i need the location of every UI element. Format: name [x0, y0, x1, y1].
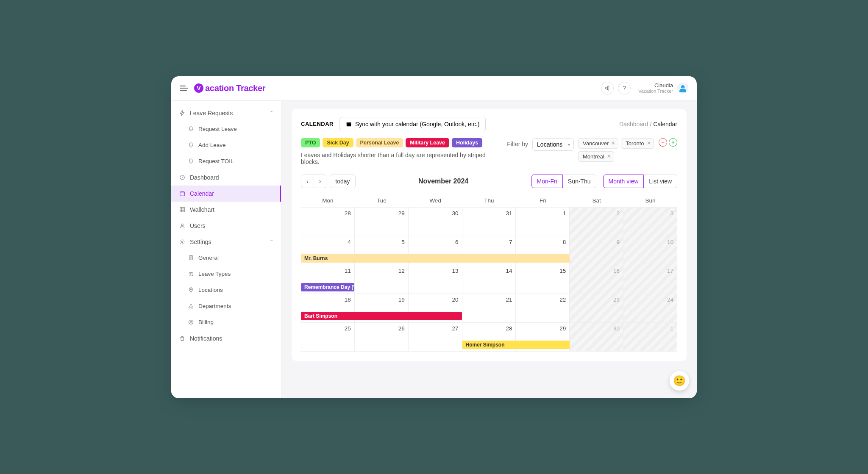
today-button[interactable]: today — [330, 175, 355, 188]
day-cell[interactable]: 15 — [516, 265, 570, 294]
day-cell[interactable]: 17 — [623, 265, 677, 294]
bolt-icon — [179, 110, 186, 116]
filter-chips: Vancouver✕ Toronto✕ Montreal✕ — [578, 138, 654, 162]
prev-month-button[interactable]: ‹ — [301, 175, 314, 188]
user-org: Vacation Tracker — [638, 89, 673, 94]
close-icon[interactable]: ✕ — [611, 140, 615, 146]
sidebar-item-general[interactable]: General — [171, 250, 281, 266]
day-cell[interactable]: 22 — [516, 294, 570, 323]
chip-label: Vancouver — [583, 140, 609, 147]
sidebar-item-settings[interactable]: Settings ⌃ — [171, 234, 281, 250]
day-cell[interactable]: 29 — [355, 208, 409, 236]
chip-vancouver[interactable]: Vancouver✕ — [578, 138, 618, 149]
announcements-button[interactable] — [601, 82, 614, 94]
day-cell[interactable]: 9 — [570, 236, 623, 265]
dow-sat: Sat — [570, 194, 623, 208]
day-cell[interactable]: 12 — [355, 265, 409, 294]
monfri-toggle[interactable]: Mon-Fri — [531, 175, 563, 188]
event-bart[interactable]: Bart Simpson — [301, 312, 462, 320]
menu-toggle-button[interactable] — [180, 84, 188, 92]
breadcrumb: Dashboard / Calendar — [619, 121, 677, 128]
sidebar-item-notifications[interactable]: Notifications — [171, 330, 281, 346]
sidebar-item-departments[interactable]: Departments — [171, 298, 281, 314]
day-cell[interactable]: 1 — [516, 208, 570, 236]
sync-calendar-button[interactable]: Sync with your calendar (Google, Outlook… — [339, 117, 486, 131]
chip-label: Toronto — [626, 140, 644, 147]
day-cell[interactable]: 23 — [570, 294, 623, 323]
legend-note: Leaves and Holidays shorter than a full … — [301, 152, 496, 165]
chip-montreal[interactable]: Montreal✕ — [578, 151, 614, 162]
day-cell[interactable]: 16 — [570, 265, 623, 294]
day-cell[interactable]: 31 — [462, 208, 516, 236]
sidebar-item-calendar[interactable]: Calendar — [171, 186, 281, 202]
sunthu-toggle[interactable]: Sun-Thu — [563, 175, 596, 188]
sidebar: Leave Requests ⌃ Request Leave Add Leave… — [171, 101, 281, 398]
add-filter-button[interactable]: + — [669, 138, 677, 147]
svg-rect-10 — [190, 304, 191, 305]
sidebar-item-dashboard[interactable]: Dashboard — [171, 169, 281, 186]
breadcrumb-root[interactable]: Dashboard — [619, 121, 648, 128]
help-button[interactable]: ? — [618, 82, 631, 94]
svg-rect-12 — [192, 307, 193, 308]
day-cell[interactable]: 2 — [570, 208, 623, 236]
user-menu[interactable]: Claudia Vacation Tracker — [638, 82, 688, 94]
day-cell[interactable]: 13 — [409, 265, 462, 294]
day-cell[interactable]: 1 — [623, 323, 677, 352]
face-avatar-icon: 🙂 — [673, 375, 686, 387]
remove-filter-button[interactable]: − — [659, 138, 667, 147]
day-cell[interactable]: 25 — [301, 323, 355, 352]
day-cell[interactable]: 27 — [409, 323, 462, 352]
day-cell[interactable]: 14 — [462, 265, 516, 294]
event-remembrance[interactable]: Remembrance Day (Va — [301, 283, 354, 291]
week-row: 25 26 27 28 29 30 1 Homer Simpson — [301, 323, 677, 352]
sidebar-item-add-leave[interactable]: Add Leave — [171, 137, 281, 153]
day-cell[interactable]: 30 — [409, 208, 462, 236]
sidebar-item-billing[interactable]: Billing — [171, 314, 281, 330]
sidebar-label: Wallchart — [190, 206, 214, 213]
event-burns[interactable]: Mr. Burns — [301, 254, 570, 263]
chevron-right-icon: › — [319, 178, 321, 185]
sidebar-item-leave-types[interactable]: Leave Types — [171, 266, 281, 282]
sidebar-item-wallchart[interactable]: Wallchart — [171, 202, 281, 218]
dow-mon: Mon — [301, 194, 355, 208]
filter-select[interactable]: Locations ▾ — [532, 138, 574, 151]
next-month-button[interactable]: › — [314, 175, 327, 188]
avatar-icon — [677, 83, 688, 94]
legend: PTO Sick Day Personal Leave Military Lea… — [301, 138, 496, 147]
chip-toronto[interactable]: Toronto✕ — [621, 138, 654, 149]
user-icon — [179, 222, 186, 229]
event-homer[interactable]: Homer Simpson — [462, 341, 570, 349]
sidebar-item-request-toil[interactable]: Request TOIL — [171, 153, 281, 169]
day-cell[interactable]: 21 — [462, 294, 516, 323]
document-icon — [187, 255, 194, 261]
megaphone-icon — [604, 85, 610, 91]
gauge-icon — [179, 174, 186, 181]
sidebar-label: Request Leave — [198, 126, 237, 132]
day-cell[interactable]: 30 — [570, 323, 623, 352]
dow-fri: Fri — [516, 194, 570, 208]
week-row: 4 5 6 7 8 9 10 Mr. Burns — [301, 236, 677, 265]
chevron-up-icon: ⌃ — [270, 239, 273, 244]
chat-fab[interactable]: 🙂 — [670, 371, 689, 391]
dow-sun: Sun — [623, 194, 677, 208]
sidebar-item-users[interactable]: Users — [171, 218, 281, 234]
close-icon[interactable]: ✕ — [647, 140, 651, 146]
sidebar-item-leave-requests[interactable]: Leave Requests ⌃ — [171, 105, 281, 121]
sidebar-item-locations[interactable]: Locations — [171, 282, 281, 298]
legend-sick: Sick Day — [323, 138, 353, 147]
close-icon[interactable]: ✕ — [607, 153, 611, 159]
day-cell[interactable]: 3 — [623, 208, 677, 236]
bell-icon — [187, 158, 194, 165]
list-view-toggle[interactable]: List view — [644, 175, 677, 188]
day-cell[interactable]: 28 — [301, 208, 355, 236]
month-view-toggle[interactable]: Month view — [603, 175, 644, 188]
svg-rect-15 — [347, 122, 351, 123]
dow-tue: Tue — [355, 194, 409, 208]
sidebar-label: Departments — [198, 303, 231, 309]
sidebar-label: Billing — [198, 319, 214, 325]
sidebar-item-request-leave[interactable]: Request Leave — [171, 121, 281, 137]
day-cell[interactable]: 10 — [623, 236, 677, 265]
sidebar-label: Notifications — [190, 335, 222, 342]
day-cell[interactable]: 26 — [355, 323, 409, 352]
day-cell[interactable]: 24 — [623, 294, 677, 323]
